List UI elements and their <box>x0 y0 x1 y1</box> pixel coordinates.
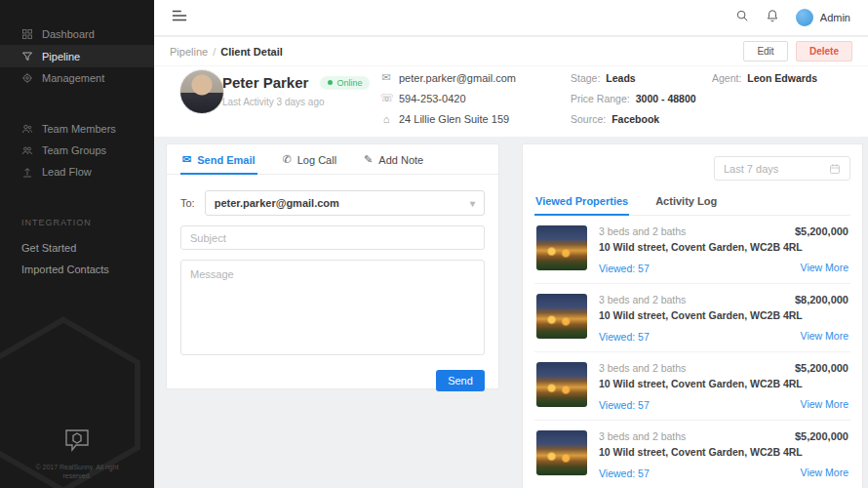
activity-tabs: Viewed Properties Activity Log <box>534 195 850 216</box>
send-button[interactable]: Send <box>436 370 485 391</box>
sidebar-item-label: Imported Contacts <box>21 264 109 275</box>
sidebar-item-team-members[interactable]: Team Members <box>0 118 154 140</box>
admin-avatar <box>796 9 813 26</box>
dashboard-icon <box>21 28 33 40</box>
client-address: 24 Lillie Glen Suite 159 <box>399 113 509 125</box>
property-row: 3 beds and 2 baths 10 Wild street, Coven… <box>534 421 850 488</box>
sidebar: Dashboard Pipeline Management Team Membe… <box>0 0 154 488</box>
edit-button[interactable]: Edit <box>743 41 788 61</box>
email-form-card: ✉ Send Email ✆ Log Call ✎ Add Note To: p… <box>166 143 499 389</box>
sidebar-item-team-groups[interactable]: Team Groups <box>0 140 154 161</box>
subject-input[interactable] <box>180 225 485 250</box>
client-phone: 594-253-0420 <box>399 93 466 104</box>
view-more-link[interactable]: View More <box>801 398 848 410</box>
sidebar-logo <box>0 427 154 453</box>
sidebar-item-label: Dashboard <box>42 28 95 40</box>
breadcrumb-pipeline[interactable]: Pipeline <box>170 46 208 58</box>
property-price: $8,200,000 <box>795 294 848 305</box>
agent-value: Leon Edwards <box>747 72 817 84</box>
phone-icon: ☏ <box>380 92 392 104</box>
recipient-select[interactable]: peter.parker@gmail.com ▾ <box>205 190 485 216</box>
to-label: To: <box>180 197 195 209</box>
sidebar-item-label: Get Started <box>21 242 76 254</box>
date-range-value: Last 7 days <box>724 163 778 175</box>
property-thumbnail <box>536 430 587 475</box>
property-list: 3 beds and 2 baths 10 Wild street, Coven… <box>534 216 850 488</box>
view-more-link[interactable]: View More <box>801 467 848 478</box>
sidebar-item-lead-flow[interactable]: Lead Flow <box>0 161 154 183</box>
property-price: $5,200,000 <box>795 430 848 442</box>
user-menu[interactable]: Admin <box>796 9 850 26</box>
home-icon: ⌂ <box>380 113 392 125</box>
message-textarea[interactable] <box>180 260 485 355</box>
property-address: 10 Wild street, Covent Garden, WC2B 4RL <box>599 446 848 458</box>
property-row: 3 beds and 2 baths 10 Wild street, Coven… <box>534 216 850 284</box>
email-icon: ✉ <box>380 71 392 84</box>
client-avatar <box>179 69 224 114</box>
view-more-link[interactable]: View More <box>801 262 848 273</box>
sidebar-item-pipeline[interactable]: Pipeline <box>0 45 154 67</box>
hamburger-icon[interactable] <box>172 9 187 26</box>
tab-send-email[interactable]: ✉ Send Email <box>180 153 257 174</box>
bell-icon[interactable] <box>766 9 779 26</box>
agent-label: Agent: <box>712 72 741 84</box>
activity-card: Last 7 days Viewed Properties Activity L… <box>522 143 863 488</box>
tab-log-call[interactable]: ✆ Log Call <box>281 153 339 174</box>
property-price: $5,200,000 <box>795 362 848 374</box>
breadcrumb-current: Client Detail <box>220 46 283 58</box>
source-label: Source: <box>571 113 606 125</box>
view-more-link[interactable]: View More <box>801 330 848 342</box>
client-email: peter.parker@gmail.com <box>399 72 516 84</box>
client-detail-page: Dashboard Pipeline Management Team Membe… <box>0 0 868 488</box>
breadcrumb-separator: / <box>213 46 216 58</box>
breadcrumb: Pipeline / Client Detail Edit Delete <box>154 37 868 66</box>
sidebar-item-label: Pipeline <box>42 51 80 62</box>
property-address: 10 Wild street, Covent Garden, WC2B 4RL <box>599 309 848 321</box>
team-members-icon <box>21 123 33 135</box>
status-badge: Online <box>320 76 370 90</box>
tab-activity-log[interactable]: Activity Log <box>654 195 718 215</box>
pipeline-icon <box>21 51 33 62</box>
calendar-icon <box>829 163 841 175</box>
last-activity: Last Activity 3 days ago <box>222 97 325 107</box>
sidebar-item-label: Management <box>42 72 104 84</box>
sidebar-section-integration: INTEGRATION <box>21 218 154 227</box>
delete-button[interactable]: Delete <box>796 41 852 61</box>
client-name: Peter Parker <box>222 74 308 91</box>
agent-info: Agent: Leon Edwards <box>712 67 817 88</box>
status-label: Online <box>336 78 362 88</box>
pencil-icon: ✎ <box>364 153 373 166</box>
team-groups-icon <box>21 144 33 156</box>
sidebar-item-get-started[interactable]: Get Started <box>0 237 154 259</box>
recipient-value: peter.parker@gmail.com <box>215 197 339 209</box>
property-thumbnail <box>536 225 587 270</box>
property-address: 10 Wild street, Covent Garden, WC2B 4RL <box>599 241 848 253</box>
tab-label: Send Email <box>197 154 255 166</box>
envelope-icon: ✉ <box>182 153 191 166</box>
property-thumbnail <box>536 294 587 339</box>
sidebar-item-imported-contacts[interactable]: Imported Contacts <box>0 259 154 280</box>
admin-name: Admin <box>820 12 850 23</box>
sidebar-item-dashboard[interactable]: Dashboard <box>0 23 154 45</box>
management-icon <box>21 72 33 84</box>
search-icon[interactable] <box>735 9 749 26</box>
sidebar-item-label: Team Members <box>42 123 116 135</box>
tab-label: Log Call <box>297 154 336 166</box>
source-value: Facebook <box>612 113 659 125</box>
sidebar-item-management[interactable]: Management <box>0 67 154 89</box>
client-header: Pipeline / Client Detail Edit Delete Pet… <box>154 37 868 137</box>
chevron-down-icon: ▾ <box>470 198 475 209</box>
phone-icon: ✆ <box>283 153 292 166</box>
date-range-filter[interactable]: Last 7 days <box>714 156 850 181</box>
contact-info: ✉ peter.parker@gmail.com ☏ 594-253-0420 … <box>380 67 516 129</box>
property-row: 3 beds and 2 baths 10 Wild street, Coven… <box>534 284 850 352</box>
client-profile: Peter Parker Online Last Activity 3 days… <box>154 66 868 135</box>
stage-label: Stage: <box>571 72 600 84</box>
property-thumbnail <box>536 362 587 407</box>
tab-viewed-properties[interactable]: Viewed Properties <box>534 195 629 215</box>
lead-flow-icon <box>21 166 33 178</box>
hexagon-watermark <box>0 312 154 488</box>
form-tabs: ✉ Send Email ✆ Log Call ✎ Add Note <box>167 144 498 175</box>
client-meta: Stage: Leads Price Range: 3000 - 48800 S… <box>571 67 696 129</box>
tab-add-note[interactable]: ✎ Add Note <box>362 153 425 174</box>
